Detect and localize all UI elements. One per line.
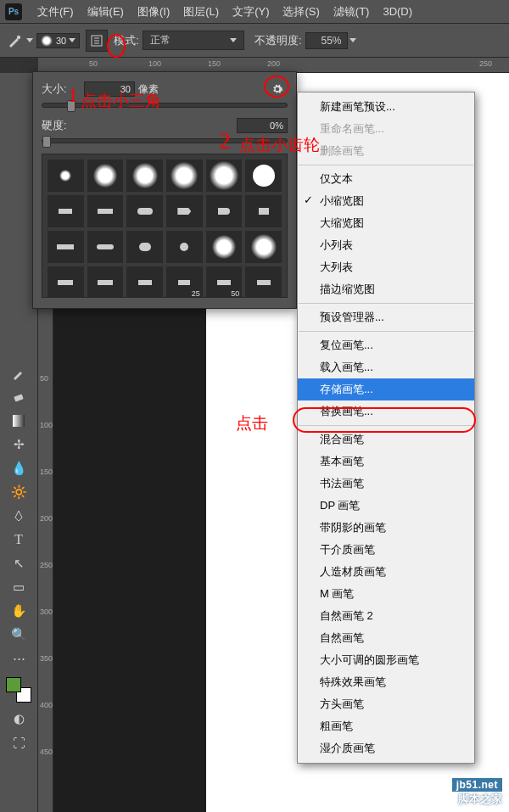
menu-text-only[interactable]: 仅文本 [298,168,474,190]
menu-small-thumb[interactable]: ✓小缩览图 [298,190,474,212]
menu-separator [299,165,473,165]
brush-preset[interactable] [245,160,282,192]
menu-new-preset[interactable]: 新建画笔预设... [298,96,474,118]
menu-natural-brushes-2[interactable]: 自然画笔 2 [298,605,474,627]
menu-large-list[interactable]: 大列表 [298,256,474,278]
menu-assorted-brushes[interactable]: 混合画笔 [298,428,474,451]
menu-reset-brushes[interactable]: 复位画笔... [298,334,474,356]
brush-preset[interactable] [126,231,163,263]
quickmask-toggle[interactable]: ◐ [8,708,30,730]
menu-small-list[interactable]: 小列表 [298,234,474,256]
brush-preset[interactable] [87,195,124,227]
menu-image[interactable]: 图像(I) [131,4,176,20]
brush-preset-chip[interactable]: 30 [36,33,80,48]
menu-filter[interactable]: 滤镜(T) [327,4,377,20]
menu-delete-brush: 删除画笔 [298,140,474,162]
menu-large-thumb[interactable]: 大缩览图 [298,212,474,234]
brush-preset[interactable] [48,231,84,263]
brush-preset[interactable] [126,266,163,298]
brush-preset[interactable] [206,231,243,263]
brush-preset[interactable] [87,160,124,192]
hardness-slider[interactable] [42,138,288,143]
svg-rect-2 [14,394,23,401]
brush-preset[interactable]: 25 [166,266,203,298]
menu-drop-shadow-brushes[interactable]: 带阴影的画笔 [298,517,474,539]
brush-preset[interactable] [245,195,282,227]
menu-m-brushes[interactable]: M 画笔 [298,583,474,605]
tool-dropdown-icon[interactable] [26,38,33,42]
menu-edit[interactable]: 编辑(E) [81,4,131,20]
menu-dry-media-brushes[interactable]: 干介质画笔 [298,539,474,561]
brush-preset[interactable] [166,195,203,227]
menu-3d[interactable]: 3D(D) [376,5,419,18]
brush-preset[interactable] [206,160,243,192]
opacity-dropdown-icon[interactable] [350,38,356,42]
tool-brush[interactable] [8,362,30,384]
tool-zoom[interactable]: 🔍 [8,624,30,646]
options-bar: 30 模式: 正常 不透明度: 55% [0,24,509,58]
menu-preset-manager[interactable]: 预设管理器... [298,306,474,328]
menu-faux-finish-brushes[interactable]: 人造材质画笔 [298,561,474,583]
color-swatches[interactable] [6,677,31,703]
menu-save-brushes[interactable]: 存储画笔... [298,378,474,400]
watermark: jb51.net 脚本之家 [452,778,502,807]
menu-special-effect-brushes[interactable]: 特殊效果画笔 [298,671,474,693]
hardness-label: 硬度: [42,118,84,133]
brush-preset[interactable] [87,231,124,263]
brush-preset[interactable] [166,160,203,192]
brush-preset[interactable] [166,231,203,263]
brush-panel-toggle-button[interactable] [86,30,108,52]
tool-pen[interactable] [8,505,30,527]
menu-file[interactable]: 文件(F) [31,4,81,20]
tool-clone[interactable]: ✢ [8,434,30,456]
hardness-input[interactable]: 0% [237,118,288,133]
tool-eraser[interactable] [8,386,30,408]
menu-replace-brushes[interactable]: 替换画笔... [298,400,474,423]
brush-preset[interactable] [126,195,163,227]
brush-preset[interactable] [126,160,163,192]
menu-stroke-thumb[interactable]: 描边缩览图 [298,278,474,300]
menu-wet-media-brushes[interactable]: 湿介质画笔 [298,737,474,759]
blend-mode-dropdown[interactable]: 正常 [143,31,244,50]
brush-preset[interactable] [48,266,84,298]
menu-layer[interactable]: 图层(L) [176,4,226,20]
menu-thick-brushes[interactable]: 粗画笔 [298,715,474,737]
menu-select[interactable]: 选择(S) [276,4,326,20]
brush-preset[interactable] [245,231,282,263]
gear-button[interactable] [267,81,288,98]
menu-calligraphic-brushes[interactable]: 书法画笔 [298,473,474,495]
tool-type[interactable]: T [8,529,30,551]
brush-preview-icon [41,35,53,47]
menu-round-brushes[interactable]: 大小可调的圆形画笔 [298,649,474,671]
menubar: Ps 文件(F) 编辑(E) 图像(I) 图层(L) 文字(Y) 选择(S) 滤… [0,0,509,24]
tool-gradient[interactable] [8,410,30,432]
watermark-url: jb51.net [452,778,502,792]
tool-path[interactable]: ↖ [8,552,30,574]
foreground-color-swatch[interactable] [6,677,21,692]
opacity-input[interactable]: 55% [305,32,348,49]
menu-separator [299,303,473,304]
screen-mode-toggle[interactable]: ⛶ [8,731,30,753]
brush-preset[interactable]: 50 [206,266,243,298]
menu-natural-brushes[interactable]: 自然画笔 [298,627,474,649]
brush-preset-panel: 大小: 30 像素 硬度: 0% 25 50 [32,71,297,309]
size-input[interactable]: 30 [84,81,135,97]
brush-flyout-menu: 新建画笔预设... 重命名画笔... 删除画笔 仅文本 ✓小缩览图 大缩览图 小… [297,92,475,764]
tool-hand[interactable]: ✋ [8,600,30,622]
menu-dp-brushes[interactable]: DP 画笔 [298,495,474,517]
tool-shape[interactable]: ▭ [8,576,30,598]
menu-type[interactable]: 文字(Y) [226,4,276,20]
brush-preset[interactable] [48,195,84,227]
tool-dodge[interactable]: 🔆 [8,481,30,503]
brush-preset[interactable] [48,160,84,192]
brush-preset[interactable] [206,195,243,227]
size-slider[interactable] [42,103,288,108]
tool-misc[interactable]: ⋯ [8,647,30,669]
tool-blur[interactable]: 💧 [8,457,30,479]
menu-square-brushes[interactable]: 方头画笔 [298,693,474,715]
menu-basic-brushes[interactable]: 基本画笔 [298,451,474,473]
brush-preset[interactable] [245,266,282,298]
brush-preset-grid: 25 50 [42,154,288,298]
brush-preset[interactable] [87,266,124,298]
menu-load-brushes[interactable]: 载入画笔... [298,356,474,378]
